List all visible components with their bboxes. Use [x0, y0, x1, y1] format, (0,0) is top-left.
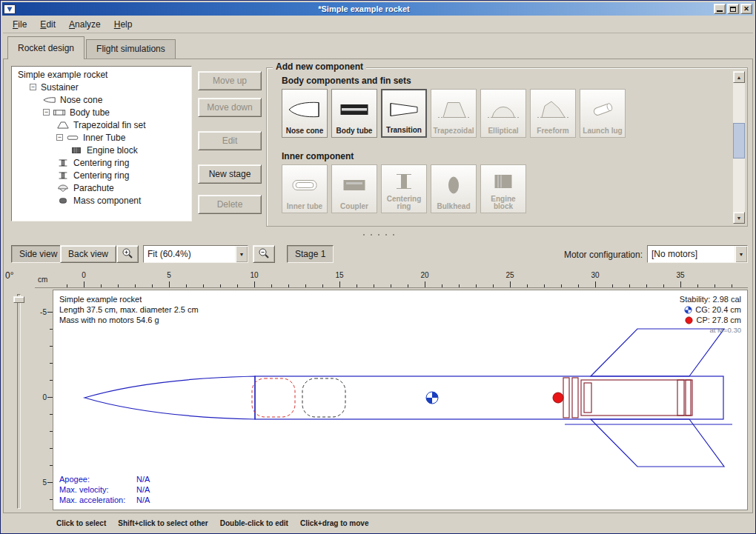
ruler-tick — [322, 284, 323, 287]
centering-ring-icon — [387, 167, 421, 196]
body-tube-outline[interactable] — [255, 376, 723, 419]
ruler-label: 25 — [505, 271, 514, 279]
component-button-label: Body tube — [336, 127, 373, 135]
dropdown-arrow-icon[interactable]: ▼ — [235, 246, 248, 262]
tree-action-buttons: Move upMove downEditNew stageDelete — [198, 61, 262, 221]
rocket-info-line: Simple example rocket — [59, 294, 199, 304]
centering-ring-outline[interactable] — [563, 378, 569, 418]
ring-outline[interactable] — [686, 380, 692, 415]
tree-item-centering-ring[interactable]: Centering ring — [13, 169, 190, 181]
menu-help[interactable]: Help — [107, 17, 139, 32]
new-stage-button[interactable]: New stage — [198, 164, 262, 184]
app-window: *Simple example rocket ✕ FileEditAnalyze… — [0, 0, 756, 534]
rotation-slider[interactable] — [17, 294, 21, 509]
zoom-select[interactable]: Fit (60.4%) ▼ — [143, 245, 248, 263]
tree-collapse-icon[interactable]: − — [56, 134, 63, 141]
fin-top[interactable] — [591, 329, 724, 376]
tab-rocket-design[interactable]: Rocket design — [7, 36, 84, 59]
menu-file[interactable]: File — [6, 17, 33, 32]
zoom-out-button[interactable] — [253, 245, 275, 263]
zoom-in-button[interactable] — [116, 245, 139, 263]
splitter-handle[interactable] — [3, 227, 755, 242]
parachute-outline[interactable] — [252, 378, 295, 417]
cp-icon — [685, 316, 693, 324]
titlebar[interactable]: *Simple example rocket ✕ — [2, 2, 754, 16]
nose-cone-outline[interactable] — [84, 376, 255, 419]
stage-1-toggle[interactable]: Stage 1 — [287, 245, 334, 263]
ruler-tick — [101, 284, 102, 287]
tree-item-label: Mass component — [72, 196, 142, 206]
ruler-tick — [50, 448, 53, 449]
rotation-control: 0° — [4, 269, 33, 510]
app-icon[interactable] — [4, 4, 16, 14]
tree-item-mass-component[interactable]: Mass component — [13, 194, 190, 207]
menu-analyze[interactable]: Analyze — [62, 17, 107, 32]
add-bulkhead-button: Bulkhead — [431, 164, 477, 213]
splitter-dots-icon — [360, 233, 397, 236]
tree-collapse-icon[interactable]: − — [43, 109, 50, 116]
motor-configuration-value: [No motors] — [648, 246, 735, 262]
ruler-tick — [527, 284, 528, 287]
minimize-button[interactable] — [714, 4, 726, 14]
rotation-slider-handle[interactable] — [13, 296, 24, 303]
add-nose-cone-button[interactable]: Nose cone — [282, 89, 328, 138]
zoom-in-icon — [122, 247, 133, 259]
fin-trapezoidal-icon — [437, 92, 471, 127]
flight-data-row: Apogee:N/A — [59, 474, 150, 484]
flight-data-value: N/A — [136, 485, 150, 494]
cg-value: CG: 20.4 cm — [695, 304, 741, 315]
tree-item-sustainer[interactable]: −Sustainer — [13, 81, 190, 93]
back-view-button[interactable]: Back view — [60, 245, 116, 263]
ruler-tick — [374, 284, 374, 287]
fin-bottom[interactable] — [591, 419, 724, 467]
tree-item-inner-tube[interactable]: −Inner Tube — [13, 131, 190, 144]
ruler-tick — [629, 284, 630, 287]
mass-component-outline[interactable] — [302, 378, 345, 417]
ruler-tick — [459, 284, 460, 287]
tree-item-simple-example-rocket[interactable]: Simple example rocket — [13, 68, 190, 81]
fin-set-icon — [56, 121, 72, 130]
ruler-tick — [578, 284, 579, 287]
tree-item-body-tube[interactable]: −Body tube — [13, 106, 190, 119]
add-component-panel: Add new component Body components and fi… — [266, 67, 748, 227]
ruler-tick — [442, 284, 442, 287]
tree-item-parachute[interactable]: Parachute — [13, 181, 190, 194]
ruler-tick — [220, 284, 221, 287]
menu-edit[interactable]: Edit — [33, 17, 62, 32]
menubar: FileEditAnalyzeHelp — [3, 16, 753, 33]
add-transition-button[interactable]: Transition — [381, 89, 427, 138]
component-tree[interactable]: Simple example rocket−SustainerNose cone… — [11, 66, 192, 221]
tab-flight-simulations[interactable]: Flight simulations — [86, 39, 176, 59]
close-button[interactable]: ✕ — [740, 4, 752, 14]
rocket-canvas[interactable]: Simple example rocketLength 37.5 cm, max… — [53, 290, 748, 510]
engine-block-outline[interactable] — [584, 383, 591, 413]
maximize-button[interactable] — [727, 4, 739, 14]
dropdown-arrow-icon[interactable]: ▼ — [735, 246, 747, 262]
component-scrollbar[interactable]: ▲ ▼ — [733, 71, 745, 224]
tree-item-trapezoidal-fin-set[interactable]: Trapezoidal fin set — [13, 119, 190, 131]
motor-configuration-select[interactable]: [No motors] ▼ — [647, 245, 748, 263]
ruler-label: -5 — [40, 308, 47, 316]
zoom-out-icon — [258, 247, 270, 259]
ruler-tick — [50, 499, 53, 500]
scroll-down-arrow-icon[interactable]: ▼ — [733, 212, 745, 224]
statusbar-hint: Click to select — [56, 519, 106, 527]
tree-item-nose-cone[interactable]: Nose cone — [13, 93, 190, 106]
flight-data: Apogee:N/AMax. velocity:N/AMax. accelera… — [59, 474, 150, 505]
mach-note: at M=0.30 — [680, 325, 741, 336]
tree-collapse-icon[interactable]: − — [30, 84, 36, 90]
ruler-label: 15 — [335, 271, 343, 279]
inner-tube-outline[interactable] — [581, 380, 691, 415]
tree-item-label: Inner Tube — [82, 133, 127, 143]
ring-outline[interactable] — [677, 380, 684, 415]
tree-item-engine-block[interactable]: Engine block — [13, 144, 190, 156]
tab-bar: Rocket design Flight simulations — [3, 33, 177, 59]
scroll-up-arrow-icon[interactable]: ▲ — [733, 71, 745, 83]
component-button-label: Trapezoidal — [433, 127, 474, 135]
centering-ring-outline[interactable] — [572, 378, 578, 418]
window-controls: ✕ — [712, 4, 752, 14]
add-body-tube-button[interactable]: Body tube — [331, 89, 377, 138]
scrollbar-thumb[interactable] — [733, 123, 745, 158]
tree-item-centering-ring[interactable]: Centering ring — [13, 156, 190, 169]
side-view-button[interactable]: Side view — [11, 245, 65, 263]
